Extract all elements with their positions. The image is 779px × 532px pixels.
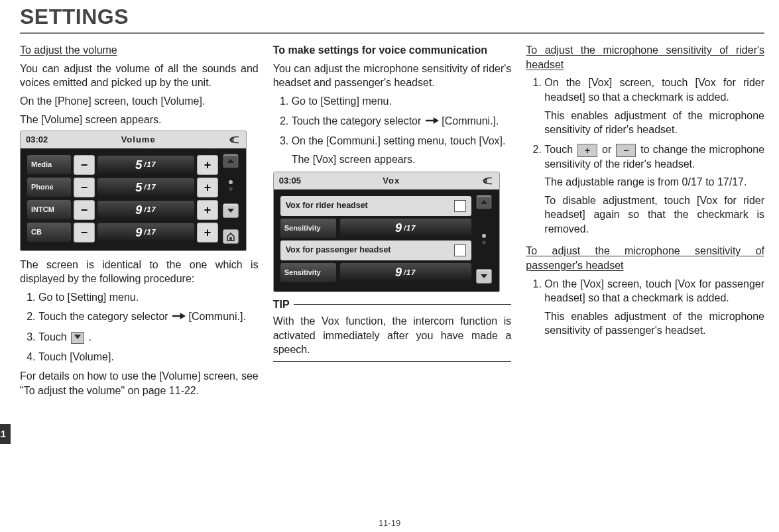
col3-sec1-li2: Touch + or − to change the microphone se… <box>544 142 764 237</box>
volume-cb-minus-button[interactable]: − <box>74 223 95 242</box>
col3-title1: To adjust the microphone sensitivity of … <box>526 43 764 72</box>
volume-media-minus-button[interactable]: − <box>74 155 95 175</box>
col1-p1: You can adjust the volume of all the sou… <box>20 62 259 90</box>
arrow-right-icon <box>426 115 439 129</box>
page-dot <box>482 240 486 244</box>
page-dot <box>229 187 233 191</box>
col2-li3-sub: The [Vox] screen appears. <box>292 152 512 167</box>
col3-sec1-li1: On the [Vox] screen, touch [Vox for ride… <box>544 76 764 136</box>
volume-intcm-value: 9/17 <box>97 201 194 219</box>
volume-intcm-minus-button[interactable]: − <box>74 200 95 220</box>
page-dot <box>229 180 233 184</box>
col1-li4: Touch [Volume]. <box>38 350 259 364</box>
checkbox-icon[interactable] <box>454 200 466 212</box>
vox-time: 03:05 <box>279 175 301 187</box>
plus-icon: + <box>577 144 597 157</box>
home-icon[interactable] <box>223 229 239 244</box>
col3-sec1-li2-sub1: The adjustable range is from 0/17 to 17/… <box>544 175 764 189</box>
volume-row-cb-label: CB <box>27 223 71 242</box>
volume-media-value: 5/17 <box>97 156 194 174</box>
chevron-up-icon[interactable] <box>223 154 239 168</box>
vox-header-title: Vox <box>301 175 482 187</box>
volume-time: 03:02 <box>26 134 48 146</box>
vox-passenger-sensitivity-value: 9/17 <box>340 263 471 282</box>
volume-phone-plus-button[interactable]: + <box>197 178 218 197</box>
chevron-down-icon[interactable] <box>476 269 492 284</box>
svg-marker-0 <box>227 159 234 163</box>
chevron-down-icon[interactable] <box>223 203 239 218</box>
vox-passenger-toggle[interactable]: Vox for passenger headset <box>280 240 471 260</box>
col3-sec2-li1-sub: This enables adjustment of the microphon… <box>544 309 764 338</box>
col1-p2: On the [Phone] screen, touch [Volume]. <box>20 94 259 109</box>
volume-row-media-label: Media <box>27 155 71 174</box>
volume-intcm-plus-button[interactable]: + <box>197 200 218 220</box>
col3-sec1-li2-sub2: To disable adjustment, touch [Vox for ri… <box>544 193 764 237</box>
col1-title: To adjust the volume <box>20 43 259 58</box>
back-icon[interactable] <box>482 176 494 186</box>
volume-phone-value: 5/17 <box>97 178 194 197</box>
column-1: To adjust the volume You can adjust the … <box>20 40 259 401</box>
minus-icon: − <box>616 144 636 157</box>
chevron-down-icon <box>71 332 84 344</box>
arrow-right-icon <box>172 310 186 325</box>
col2-li1: Go to [Setting] menu. <box>292 94 512 109</box>
svg-marker-7 <box>481 274 487 278</box>
col1-li2: Touch the category selector [Communi.]. <box>38 309 259 325</box>
chevron-up-icon[interactable] <box>476 195 492 209</box>
svg-marker-1 <box>227 209 234 213</box>
page-title: SETTINGS <box>20 3 764 31</box>
col3-title2: To adjust the microphone sensitivity of … <box>526 244 764 272</box>
col3-sec2-li1: On the [Vox] screen, touch [Vox for pass… <box>544 277 764 338</box>
vox-rider-sensitivity-value: 9/17 <box>340 219 471 237</box>
heading-divider <box>20 32 764 34</box>
volume-row-phone-label: Phone <box>27 178 71 197</box>
svg-marker-5 <box>433 117 438 124</box>
volume-screenshot: 03:02 Volume Media − 5/17 <box>20 131 247 251</box>
column-3: To adjust the microphone sensitivity of … <box>526 40 764 401</box>
col1-after-img: The screen is identical to the one which… <box>20 258 259 286</box>
col2-li3: On the [Communi.] setting menu, touch [V… <box>292 134 512 166</box>
column-2: To make settings for voice communication… <box>273 40 512 401</box>
col1-bottom: For details on how to use the [Volume] s… <box>20 369 259 398</box>
col1-p3: The [Volume] screen appears. <box>20 113 259 127</box>
volume-row-intcm-label: INTCM <box>27 200 71 219</box>
svg-marker-3 <box>180 313 186 319</box>
section-tab: 11 <box>0 424 11 444</box>
col2-p1: You can adjust the microphone sensitivit… <box>273 62 512 90</box>
col2-li2: Touch the category selector [Communi.]. <box>292 114 512 129</box>
col1-li3: Touch . <box>38 330 259 345</box>
volume-header-title: Volume <box>48 134 229 146</box>
tip-label: TIP <box>273 297 290 312</box>
col1-li1: Go to [Setting] menu. <box>38 290 259 305</box>
back-icon[interactable] <box>229 135 241 144</box>
col3-sec1-li1-sub: This enables adjustment of the microphon… <box>544 109 764 137</box>
tip-text: With the Vox function, the intercom func… <box>273 314 512 357</box>
page-number: 11-19 <box>0 517 779 529</box>
vox-screenshot: 03:05 Vox Vox for rider headset Sensitiv… <box>273 172 500 292</box>
vox-sensitivity-label: Sensitivity <box>280 219 336 238</box>
volume-media-plus-button[interactable]: + <box>197 155 218 175</box>
vox-rider-toggle[interactable]: Vox for rider headset <box>280 196 471 216</box>
page-dot <box>482 234 486 238</box>
svg-marker-6 <box>481 200 487 204</box>
volume-cb-value: 9/17 <box>97 223 194 242</box>
col2-title: To make settings for voice communication <box>273 43 512 58</box>
vox-sensitivity-label: Sensitivity <box>280 263 336 282</box>
volume-cb-plus-button[interactable]: + <box>197 223 218 242</box>
checkbox-icon[interactable] <box>454 244 466 256</box>
volume-phone-minus-button[interactable]: − <box>74 178 95 197</box>
